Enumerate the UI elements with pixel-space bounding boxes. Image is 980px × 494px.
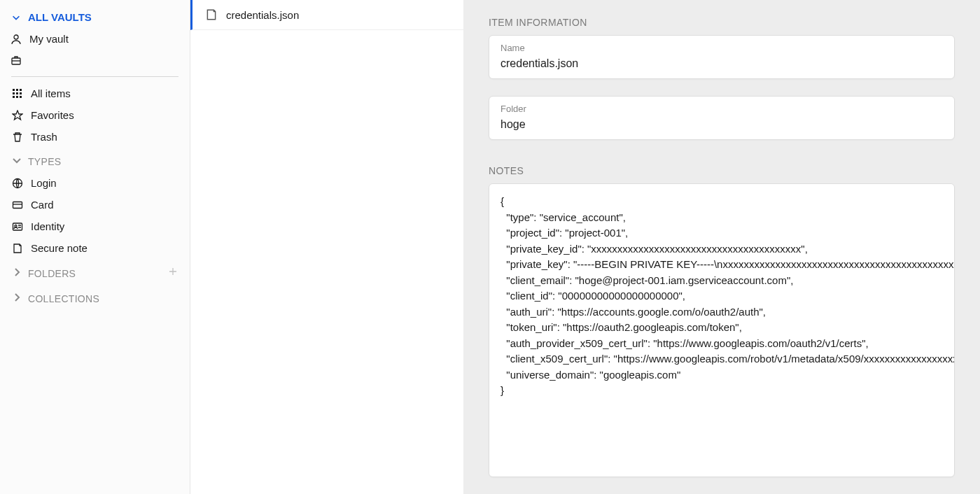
chevron-right-icon — [11, 292, 22, 305]
svg-marker-11 — [13, 111, 22, 120]
name-field-label: Name — [500, 43, 943, 53]
item-list: credentials.json — [190, 0, 463, 494]
svg-rect-5 — [13, 92, 15, 94]
sidebar-org-vault[interactable] — [0, 50, 190, 71]
sidebar-all-items-label: All items — [31, 87, 71, 99]
sidebar-trash-label: Trash — [31, 131, 57, 143]
sidebar-favorites[interactable]: Favorites — [0, 104, 190, 126]
sidebar-type-secure-note-label: Secure note — [31, 242, 88, 254]
sidebar-all-vaults[interactable]: ALL VAULTS — [0, 0, 190, 28]
sidebar-collections-heading[interactable]: COLLECTIONS — [0, 285, 190, 309]
folder-field-value: hoge — [500, 118, 943, 131]
types-heading-label: TYPES — [28, 156, 178, 167]
svg-rect-8 — [13, 96, 15, 98]
folder-field-label: Folder — [500, 104, 943, 114]
chevron-down-icon — [11, 12, 21, 23]
notes-field[interactable]: { "type": "service_account", "project_id… — [489, 183, 955, 477]
sidebar-type-card[interactable]: Card — [0, 194, 190, 216]
notes-content: { "type": "service_account", "project_id… — [500, 194, 943, 399]
sidebar-type-identity[interactable]: Identity — [0, 216, 190, 237]
svg-rect-14 — [13, 223, 22, 230]
notes-heading: NOTES — [489, 165, 955, 176]
divider — [11, 76, 178, 77]
svg-rect-6 — [16, 92, 18, 94]
sidebar-trash[interactable]: Trash — [0, 126, 190, 148]
person-icon — [10, 34, 22, 45]
detail-panel: ITEM INFORMATION Name credentials.json F… — [463, 0, 980, 494]
sidebar-my-vault-label: My vault — [29, 33, 69, 45]
sidebar-types-heading[interactable]: TYPES — [0, 148, 190, 172]
sidebar-type-identity-label: Identity — [31, 220, 64, 232]
sidebar-all-items[interactable]: All items — [0, 83, 190, 104]
folder-field[interactable]: Folder hoge — [489, 96, 955, 140]
sidebar-folders-heading[interactable]: FOLDERS — [0, 259, 190, 285]
sidebar: ALL VAULTS My vault All items Favorites … — [0, 0, 190, 494]
sidebar-favorites-label: Favorites — [31, 109, 74, 121]
globe-icon — [11, 178, 24, 189]
item-info-heading: ITEM INFORMATION — [489, 17, 955, 28]
sidebar-all-vaults-label: ALL VAULTS — [28, 11, 92, 23]
grid-icon — [11, 88, 24, 99]
svg-rect-4 — [20, 89, 22, 91]
chevron-right-icon — [11, 267, 22, 280]
folders-heading-label: FOLDERS — [28, 268, 162, 279]
svg-point-0 — [14, 35, 18, 39]
sidebar-my-vault[interactable]: My vault — [0, 28, 190, 50]
sidebar-type-card-label: Card — [31, 199, 54, 211]
card-icon — [11, 199, 24, 211]
list-item[interactable]: credentials.json — [190, 0, 463, 30]
note-icon — [11, 243, 24, 254]
sidebar-type-login[interactable]: Login — [0, 172, 190, 194]
svg-point-15 — [15, 225, 17, 227]
svg-rect-2 — [13, 89, 15, 91]
list-item-name: credentials.json — [226, 9, 299, 21]
trash-icon — [11, 132, 24, 143]
chevron-down-icon — [11, 155, 22, 168]
identity-icon — [11, 221, 24, 232]
svg-rect-10 — [20, 96, 22, 98]
briefcase-icon — [10, 55, 22, 66]
note-icon — [205, 8, 218, 21]
sidebar-type-login-label: Login — [31, 177, 57, 189]
svg-rect-9 — [16, 96, 18, 98]
name-field[interactable]: Name credentials.json — [489, 35, 955, 79]
collections-heading-label: COLLECTIONS — [28, 293, 178, 304]
svg-rect-7 — [20, 92, 22, 94]
svg-rect-13 — [13, 202, 22, 208]
add-folder-button[interactable] — [167, 266, 178, 281]
name-field-value: credentials.json — [500, 57, 943, 70]
svg-rect-3 — [16, 89, 18, 91]
star-icon — [11, 110, 24, 121]
sidebar-type-secure-note[interactable]: Secure note — [0, 237, 190, 259]
